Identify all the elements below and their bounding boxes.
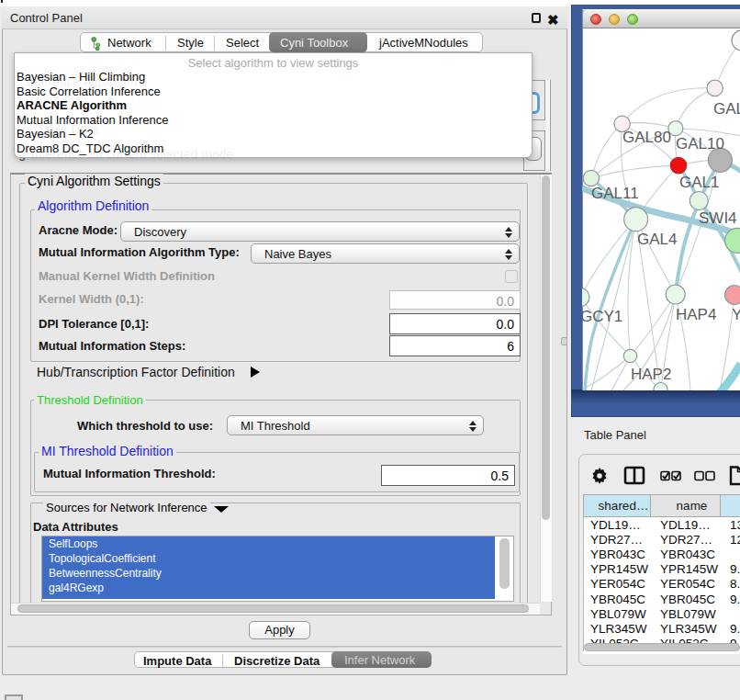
svg-text:GAL1: GAL1 [679,174,719,191]
svg-text:GAL7: GAL7 [713,100,740,118]
svg-text:GAL11: GAL11 [591,185,639,202]
svg-text:Y: Y [732,306,740,323]
svg-text:HAP2: HAP2 [631,366,671,383]
svg-text:GAL10: GAL10 [676,135,724,152]
svg-text:GAL4: GAL4 [637,231,677,248]
svg-text:GAL80: GAL80 [622,129,671,146]
svg-text:GCY1: GCY1 [582,308,622,325]
svg-text:SWI4: SWI4 [699,209,737,227]
svg-text:HAP4: HAP4 [676,306,716,323]
